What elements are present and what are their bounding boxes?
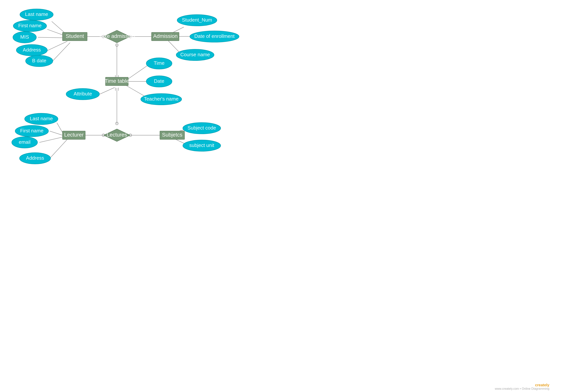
attr-adm-dateenroll-label: Date of enrollment <box>194 33 235 39</box>
rel-take-admission-label: Take admission <box>99 33 135 39</box>
attr-subj-code-label: Subject code <box>187 125 216 131</box>
line-lec-firstname <box>50 131 62 135</box>
entity-student-label: Student <box>66 33 84 39</box>
entity-timetable-label: Time table <box>104 78 129 84</box>
watermark-label: www.creately.com • Online Diagramming <box>495 387 549 390</box>
attr-student-bdate-label: B date <box>32 58 46 63</box>
line-lec-email <box>40 137 62 142</box>
attr-tt-time-label: Time <box>154 60 165 66</box>
attr-student-firstname-label: First name <box>18 23 42 28</box>
attr-lec-address-label: Address <box>26 155 44 161</box>
rel-lectures-label: Lectures <box>107 132 127 138</box>
attr-lec-email-label: email <box>19 139 30 145</box>
line-lec-address <box>50 139 67 158</box>
attr-lec-firstname-label: First name <box>20 128 43 134</box>
line-student-address <box>47 41 67 51</box>
entity-admission-label: Admission <box>153 33 178 39</box>
entity-subjetcs-label: Subjetcs <box>162 132 182 138</box>
attr-tt-attribute-label: Attribute <box>74 91 92 97</box>
attr-student-mis-label: MIS <box>20 34 29 40</box>
attr-tt-teacher-label: Teacher's name <box>144 96 179 102</box>
entity-lecturer-label: Lecturer <box>64 132 84 138</box>
attr-student-lastname-label: Last name <box>25 11 48 17</box>
attr-lec-lastname-label: Last name <box>30 116 53 121</box>
brand-label: creately <box>535 383 549 387</box>
attr-subj-unit-label: subject unit <box>189 142 214 148</box>
attr-student-address-label: Address <box>23 47 41 53</box>
line-tt-attribute <box>100 87 115 94</box>
attr-tt-date-label: Date <box>154 78 164 84</box>
er-diagram: Student Admission Time table Lecturer Su… <box>0 0 574 392</box>
attr-adm-coursename-label: Course name <box>180 52 210 57</box>
attr-adm-studentnum-label: Student_Num <box>182 17 212 23</box>
line-lec-lastname <box>57 123 62 133</box>
line-student-bdate <box>53 43 70 61</box>
